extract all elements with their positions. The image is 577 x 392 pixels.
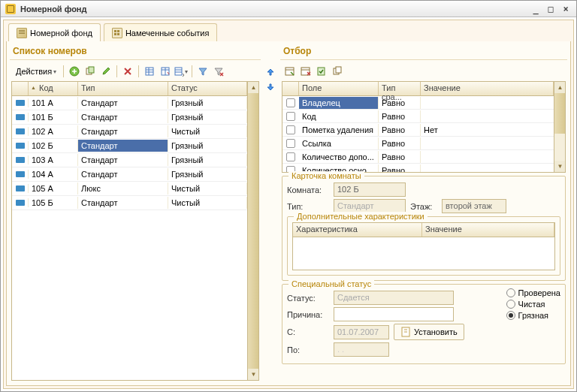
filter-cmp-cell: Равно bbox=[379, 137, 421, 149]
scroll-up-icon[interactable]: ▲ bbox=[554, 82, 566, 93]
filter-scrollbar[interactable]: ▲ ▼ bbox=[554, 82, 565, 172]
table-dropdown-button[interactable]: ▾ bbox=[174, 65, 188, 78]
maximize-button[interactable]: □ bbox=[545, 4, 557, 14]
radio-Проверена[interactable]: Проверена bbox=[506, 288, 560, 297]
reorder-buttons bbox=[264, 44, 277, 382]
svg-rect-8 bbox=[318, 68, 325, 75]
status-value: Сдается bbox=[334, 291, 454, 305]
set-button[interactable]: Установить bbox=[394, 324, 464, 340]
room-type-cell: Люкс bbox=[78, 182, 168, 194]
room-floor-value: второй этаж bbox=[442, 199, 506, 213]
room-label: Комната: bbox=[287, 185, 329, 194]
table-row[interactable]: 102 Б Стандарт Грязный bbox=[12, 139, 247, 153]
actions-menu-button[interactable]: Действия ▾ bbox=[13, 65, 59, 77]
app-icon bbox=[5, 4, 16, 14]
filter-row[interactable]: Пометка удаления Равно Нет bbox=[282, 123, 554, 137]
filter-edit-button[interactable] bbox=[283, 65, 297, 78]
room-code-cell: 105 А bbox=[29, 182, 78, 194]
item-mark-icon bbox=[12, 155, 29, 164]
filter-checkbox[interactable] bbox=[282, 139, 299, 148]
item-mark-icon bbox=[12, 98, 29, 107]
filter-clear-button[interactable] bbox=[299, 65, 313, 78]
table-button-1[interactable] bbox=[143, 65, 156, 78]
filter-grid-header: Поле Тип сра... Значение bbox=[282, 82, 554, 96]
table-button-2[interactable] bbox=[159, 65, 172, 78]
room-code-cell: 105 Б bbox=[29, 197, 78, 209]
filter-row[interactable]: Ссылка Равно bbox=[282, 137, 554, 150]
table-row[interactable]: 105 Б Стандарт Чистый bbox=[12, 196, 247, 210]
filter-col-value[interactable]: Значение bbox=[421, 82, 554, 95]
filter-toolbar bbox=[280, 63, 567, 80]
filter-field-cell: Код bbox=[299, 110, 379, 122]
filter-row[interactable]: Владелец Равно bbox=[282, 96, 554, 110]
chevron-down-icon: ▾ bbox=[53, 68, 56, 75]
room-status-cell: Грязный bbox=[168, 154, 247, 166]
table-row[interactable]: 102 А Стандарт Чистый bbox=[12, 125, 247, 139]
extra-chars-title: Дополнительные характеристики bbox=[294, 212, 427, 221]
radio-icon bbox=[506, 288, 515, 297]
close-button[interactable]: × bbox=[560, 4, 572, 14]
filter-apply-button[interactable] bbox=[315, 65, 328, 78]
svg-rect-3 bbox=[146, 68, 153, 75]
room-status-cell: Чистый bbox=[168, 125, 247, 137]
copy-button[interactable] bbox=[83, 65, 97, 78]
item-mark-icon bbox=[12, 141, 29, 150]
rooms-grid-body: 101 А Стандарт Грязный 101 Б Стандарт Гр… bbox=[12, 96, 247, 210]
filter-checkbox[interactable] bbox=[282, 112, 299, 121]
table-row[interactable]: 101 А Стандарт Грязный bbox=[12, 96, 247, 110]
filter-col-cmp[interactable]: Тип сра... bbox=[379, 82, 421, 95]
rooms-col-code[interactable]: Код bbox=[29, 82, 78, 95]
svg-rect-2 bbox=[89, 67, 94, 73]
filter-checkbox[interactable] bbox=[282, 125, 299, 134]
filter-checkbox[interactable] bbox=[282, 152, 299, 161]
move-up-button[interactable] bbox=[264, 65, 277, 79]
radio-Чистая[interactable]: Чистая bbox=[506, 300, 560, 309]
table-row[interactable]: 101 Б Стандарт Грязный bbox=[12, 110, 247, 125]
filter-copy-button[interactable] bbox=[331, 65, 344, 78]
add-button[interactable] bbox=[68, 65, 81, 78]
room-type-cell: Стандарт bbox=[78, 154, 168, 166]
scroll-up-icon[interactable]: ▲ bbox=[248, 82, 259, 93]
filter-value-cell bbox=[421, 101, 554, 104]
rooms-col-marker[interactable] bbox=[12, 82, 29, 95]
tab-events[interactable]: Намеченные события bbox=[104, 23, 218, 41]
tab-room-fund[interactable]: Номерной фонд bbox=[8, 23, 101, 41]
edit-button[interactable] bbox=[99, 65, 113, 78]
rooms-grid-inner: Код Тип Статус 101 А Стандарт Грязный 10… bbox=[12, 82, 247, 380]
tabs: Номерной фонд Намеченные события bbox=[8, 23, 573, 41]
filter-value-cell: Нет bbox=[421, 124, 554, 136]
filter-button[interactable] bbox=[196, 65, 210, 78]
item-mark-icon bbox=[12, 113, 29, 122]
filter-clear-button[interactable] bbox=[212, 65, 225, 78]
rooms-scrollbar[interactable]: ▲ ▼ bbox=[247, 82, 258, 380]
filter-row[interactable]: Количество допо... Равно bbox=[282, 150, 554, 164]
table-row[interactable]: 104 А Стандарт Грязный bbox=[12, 167, 247, 182]
chevron-down-icon: ▾ bbox=[185, 68, 188, 75]
reason-input[interactable] bbox=[334, 307, 454, 321]
table-row[interactable]: 105 А Люкс Чистый bbox=[12, 182, 247, 196]
room-type-cell: Стандарт bbox=[78, 97, 168, 109]
room-type-cell: Стандарт bbox=[78, 168, 168, 180]
cleanliness-radio-group: ПроверенаЧистаяГрязная bbox=[506, 288, 560, 359]
scroll-down-icon[interactable]: ▼ bbox=[554, 161, 566, 172]
filter-grid-inner: Поле Тип сра... Значение Владелец Равно … bbox=[282, 82, 554, 172]
filter-row[interactable]: Код Равно bbox=[282, 110, 554, 123]
room-code-cell: 104 А bbox=[29, 168, 78, 180]
table-row[interactable]: 103 А Стандарт Грязный bbox=[12, 153, 247, 167]
minimize-button[interactable]: _ bbox=[530, 4, 542, 14]
from-label: С: bbox=[287, 327, 329, 336]
room-status-cell: Чистый bbox=[168, 182, 247, 194]
room-type-cell: Стандарт bbox=[78, 111, 168, 123]
radio-Грязная[interactable]: Грязная bbox=[506, 311, 560, 320]
filter-col-field[interactable]: Поле bbox=[299, 82, 379, 95]
move-down-button[interactable] bbox=[264, 80, 277, 94]
filter-checkbox[interactable] bbox=[282, 98, 299, 107]
rooms-col-status[interactable]: Статус bbox=[168, 82, 247, 95]
filter-field-cell: Пометка удаления bbox=[299, 124, 379, 136]
extra-col-value[interactable]: Значение bbox=[422, 223, 554, 237]
extra-col-char[interactable]: Характеристика bbox=[293, 223, 422, 237]
rooms-col-type[interactable]: Тип bbox=[78, 82, 168, 95]
delete-button[interactable] bbox=[121, 65, 134, 78]
filter-col-check[interactable] bbox=[282, 82, 299, 95]
scroll-down-icon[interactable]: ▼ bbox=[248, 369, 259, 380]
